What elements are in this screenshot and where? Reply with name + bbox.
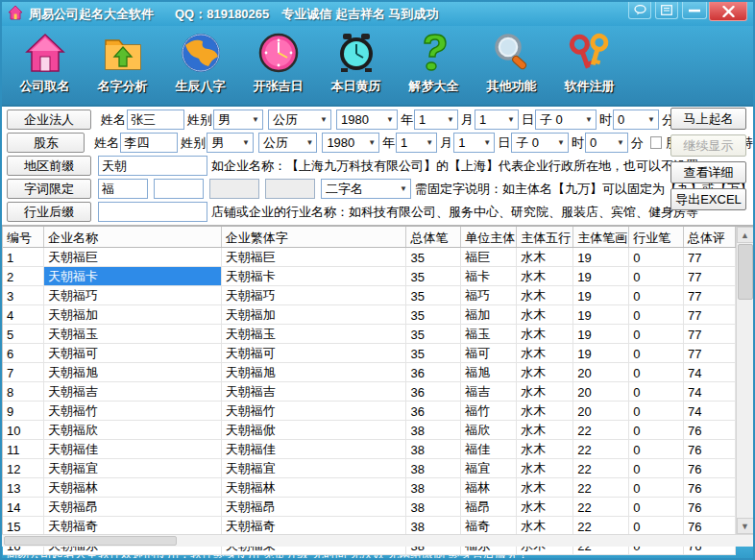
table-row[interactable]: 2天朝福卡天朝福卡35福卡水木19077 bbox=[3, 267, 736, 286]
toolbar-item-name-analysis[interactable]: 名字分析 bbox=[84, 26, 161, 105]
legal-month-select[interactable]: 1▼ bbox=[414, 110, 458, 130]
scrollbar-thumb[interactable] bbox=[738, 244, 753, 300]
table-cell[interactable]: 14 bbox=[3, 498, 44, 516]
table-cell[interactable]: 水木 bbox=[517, 498, 573, 516]
fixed-word-input-2[interactable] bbox=[154, 179, 204, 199]
shareholder-support-checkbox[interactable] bbox=[650, 136, 662, 149]
table-cell[interactable]: 0 bbox=[629, 305, 684, 324]
toolbar-item-opening-day[interactable]: 开张吉日 bbox=[239, 26, 317, 105]
table-cell[interactable]: 77 bbox=[684, 267, 736, 285]
table-cell[interactable]: 福欣 bbox=[461, 421, 517, 439]
industry-suffix-input[interactable] bbox=[98, 202, 207, 222]
table-header-cell[interactable]: 编号 bbox=[3, 227, 44, 247]
table-cell[interactable]: 77 bbox=[684, 286, 736, 304]
shareholder-year-select[interactable]: 1980▼ bbox=[322, 133, 379, 153]
table-cell[interactable]: 福可 bbox=[461, 344, 517, 362]
table-cell[interactable]: 水木 bbox=[517, 459, 573, 477]
table-cell[interactable]: 天朝福可 bbox=[44, 344, 222, 362]
table-cell[interactable]: 天朝福旭 bbox=[44, 363, 222, 381]
word-limit-button[interactable]: 字词限定 bbox=[7, 179, 91, 199]
legal-year-select[interactable]: 1980▼ bbox=[336, 110, 398, 130]
table-cell[interactable]: 76 bbox=[684, 440, 736, 458]
table-cell[interactable]: 0 bbox=[629, 421, 684, 439]
table-cell[interactable]: 12 bbox=[3, 459, 44, 477]
table-cell[interactable]: 36 bbox=[406, 363, 461, 381]
shareholder-name-input[interactable] bbox=[120, 133, 178, 153]
message-board-button[interactable] bbox=[655, 2, 678, 19]
table-cell[interactable]: 福宜 bbox=[461, 459, 517, 477]
table-cell[interactable]: 水木 bbox=[517, 517, 573, 535]
region-prefix-button[interactable]: 地区前缀 bbox=[7, 156, 91, 176]
table-cell[interactable]: 天朝福巧 bbox=[44, 286, 222, 304]
table-cell[interactable]: 4 bbox=[3, 305, 44, 324]
table-cell[interactable]: 天朝福可 bbox=[222, 344, 407, 362]
table-cell[interactable]: 天朝福卡 bbox=[222, 267, 407, 285]
shareholder-hour-select[interactable]: 子 0▼ bbox=[511, 133, 569, 153]
table-cell[interactable]: 天朝福宜 bbox=[222, 459, 407, 477]
table-cell[interactable]: 38 bbox=[406, 440, 461, 458]
table-header-cell[interactable]: 总体评分 bbox=[684, 227, 736, 247]
table-cell[interactable]: 76 bbox=[684, 517, 736, 535]
table-cell[interactable]: 22 bbox=[573, 459, 629, 477]
fixed-word-input-1[interactable] bbox=[98, 179, 148, 199]
table-cell[interactable]: 0 bbox=[629, 440, 684, 458]
table-cell[interactable]: 0 bbox=[629, 248, 684, 266]
table-cell[interactable]: 76 bbox=[684, 459, 736, 477]
table-cell[interactable]: 19 bbox=[573, 344, 629, 362]
table-cell[interactable]: 35 bbox=[406, 286, 461, 304]
table-cell[interactable]: 天朝福林 bbox=[222, 478, 407, 497]
table-cell[interactable]: 22 bbox=[573, 478, 629, 497]
start-naming-button[interactable]: 马上起名 bbox=[670, 108, 746, 130]
table-cell[interactable]: 11 bbox=[3, 440, 44, 458]
table-row[interactable]: 9天朝福竹天朝福竹36福竹水木20074 bbox=[3, 402, 736, 421]
table-cell[interactable]: 天朝福卡 bbox=[44, 267, 222, 285]
table-cell[interactable]: 19 bbox=[573, 325, 629, 343]
table-cell[interactable]: 天朝福奇 bbox=[222, 517, 407, 535]
table-cell[interactable]: 35 bbox=[406, 305, 461, 324]
table-cell[interactable]: 水木 bbox=[517, 363, 573, 381]
table-cell[interactable]: 1 bbox=[3, 248, 44, 266]
toolbar-item-daily-almanac[interactable]: 本日黄历 bbox=[317, 26, 395, 105]
table-row[interactable]: 8天朝福吉天朝福吉36福吉水木20074 bbox=[3, 382, 736, 402]
table-cell[interactable]: 0 bbox=[629, 382, 684, 401]
table-row[interactable]: 14天朝福昂天朝福昂38福昂水木22076 bbox=[3, 498, 736, 517]
table-cell[interactable]: 水木 bbox=[517, 248, 573, 266]
table-cell[interactable]: 77 bbox=[684, 305, 736, 324]
table-cell[interactable]: 6 bbox=[3, 344, 44, 362]
table-cell[interactable]: 天朝福宜 bbox=[44, 459, 222, 477]
toolbar-item-company-naming[interactable]: 公司取名 bbox=[6, 26, 84, 105]
table-cell[interactable]: 天朝福林 bbox=[44, 478, 222, 497]
toolbar-item-software-register[interactable]: 软件注册 bbox=[550, 26, 628, 105]
table-header-cell[interactable]: 行业笔画 bbox=[629, 227, 684, 247]
shareholder-minute-select[interactable]: 0▼ bbox=[585, 133, 628, 153]
table-cell[interactable]: 天朝福玉 bbox=[222, 325, 407, 343]
legal-day-select[interactable]: 1▼ bbox=[475, 110, 519, 130]
legal-calendar-select[interactable]: 公历▼ bbox=[268, 110, 331, 130]
name-length-select[interactable]: 二字名▼ bbox=[321, 179, 411, 199]
toolbar-item-dream-dictionary[interactable]: 解梦大全 bbox=[395, 26, 473, 105]
table-cell[interactable]: 天朝福佳 bbox=[222, 440, 407, 458]
minimize-button[interactable] bbox=[682, 2, 707, 19]
table-cell[interactable]: 福旭 bbox=[461, 363, 517, 381]
table-cell[interactable]: 水木 bbox=[517, 344, 573, 362]
table-header-cell[interactable]: 主体笔画 bbox=[573, 227, 629, 247]
table-cell[interactable]: 74 bbox=[684, 402, 736, 420]
chat-button[interactable] bbox=[628, 2, 651, 19]
table-cell[interactable]: 福佳 bbox=[461, 440, 517, 458]
legal-name-input[interactable] bbox=[127, 110, 184, 130]
scroll-down-button[interactable]: ▼ bbox=[737, 518, 754, 534]
table-cell[interactable]: 76 bbox=[684, 421, 736, 439]
table-cell[interactable]: 38 bbox=[406, 478, 461, 497]
legal-gender-select[interactable]: 男▼ bbox=[213, 110, 263, 130]
table-cell[interactable]: 13 bbox=[3, 478, 44, 497]
hscrollbar-thumb[interactable] bbox=[4, 536, 177, 546]
vertical-scrollbar[interactable]: ▲ ▼ bbox=[736, 227, 753, 534]
table-cell[interactable]: 74 bbox=[684, 363, 736, 381]
table-cell[interactable]: 水木 bbox=[517, 440, 573, 458]
table-cell[interactable]: 水木 bbox=[517, 478, 573, 497]
table-cell[interactable]: 22 bbox=[573, 440, 629, 458]
table-cell[interactable]: 0 bbox=[629, 478, 684, 497]
table-cell[interactable]: 36 bbox=[406, 402, 461, 420]
table-cell[interactable]: 水木 bbox=[517, 382, 573, 401]
table-cell[interactable]: 天朝福巧 bbox=[222, 286, 407, 304]
